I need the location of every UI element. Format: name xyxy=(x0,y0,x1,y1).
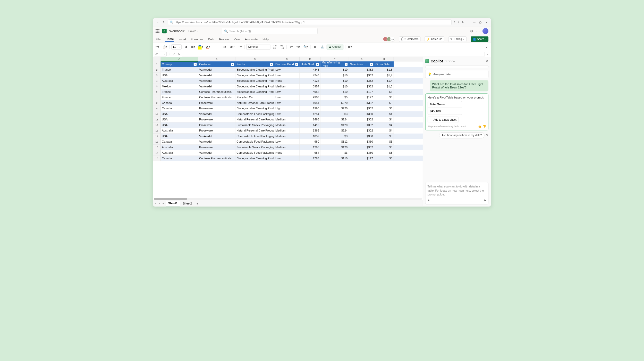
star-icon[interactable]: ✩ xyxy=(453,21,455,23)
cell[interactable]: $5 xyxy=(320,95,349,100)
cell[interactable]: VanArsdel xyxy=(198,111,235,117)
row-header[interactable]: 8 xyxy=(153,100,161,106)
maximize-icon[interactable]: ▢ xyxy=(478,21,482,24)
row-header[interactable]: 16 xyxy=(153,145,161,150)
ribbon-tab-home[interactable]: Home xyxy=(165,37,174,42)
cell[interactable]: 4903 xyxy=(300,95,320,100)
cell[interactable]: $10 xyxy=(320,84,349,89)
thumbs-down-icon[interactable]: 👎 xyxy=(483,125,486,128)
outlier-suggestion-chip[interactable]: Are there any outliers in my data? xyxy=(439,133,485,138)
cell[interactable]: 954 xyxy=(300,150,320,155)
minimize-icon[interactable]: — xyxy=(472,21,476,24)
cell[interactable]: 1369 xyxy=(300,128,320,133)
cancel-formula-icon[interactable]: ✕ xyxy=(167,52,171,55)
cell[interactable]: Natural Personal Care Products xyxy=(235,100,274,106)
cell[interactable]: Compostable Food Packaging xyxy=(235,139,274,144)
row-header[interactable]: 3 xyxy=(153,73,161,78)
row-header[interactable]: 13 xyxy=(153,128,161,133)
cell[interactable]: $6 xyxy=(374,95,394,100)
cell[interactable]: Low xyxy=(274,111,300,117)
cell[interactable]: Biodegradable Cleaning Products xyxy=(235,156,274,161)
column-header[interactable]: A xyxy=(161,57,198,61)
cell[interactable]: $302 xyxy=(349,100,374,106)
column-header[interactable]: F xyxy=(320,57,349,61)
row-header[interactable]: 6 xyxy=(153,89,161,95)
cell[interactable]: $352 xyxy=(349,78,374,84)
more-icon[interactable]: ⋯ xyxy=(466,21,468,23)
cell[interactable]: 980 xyxy=(300,139,320,144)
fx-icon[interactable]: fx xyxy=(177,53,181,56)
search-input[interactable]: 🔍 Search (Alt + Q) xyxy=(222,28,318,34)
cell[interactable]: France xyxy=(161,67,198,72)
refresh-suggestions-icon[interactable]: ⟳ xyxy=(486,134,488,137)
sheet-tab[interactable]: Sheet1 xyxy=(166,201,180,206)
copilot-input[interactable]: Tell me what you want to do with data in… xyxy=(425,182,488,204)
collections-icon[interactable]: ⧉ xyxy=(462,21,463,23)
cell[interactable]: Proseware xyxy=(198,122,235,128)
cell[interactable]: VanArsdel xyxy=(198,73,235,78)
row-header[interactable]: 4 xyxy=(153,78,161,84)
cond-format-button[interactable]: ▦▾ xyxy=(347,44,353,50)
cell[interactable]: $4 xyxy=(374,122,394,128)
bold-button[interactable]: B xyxy=(183,44,189,50)
ribbon-expand-icon[interactable]: ⌄ xyxy=(484,44,489,50)
row-header[interactable]: 14 xyxy=(153,134,161,139)
cell[interactable]: $224 xyxy=(320,128,349,133)
cell[interactable]: $127 xyxy=(349,95,374,100)
ribbon-tab-insert[interactable]: Insert xyxy=(178,37,186,42)
fill-color-button[interactable]: 🪣▾ xyxy=(197,44,204,50)
cell[interactable]: Sustainable Snack Packaging xyxy=(235,145,274,150)
cell[interactable]: 1465 xyxy=(300,117,320,122)
cell[interactable]: $352 xyxy=(349,73,374,78)
copilot-close-icon[interactable]: ✕ xyxy=(486,59,488,63)
filter-icon[interactable]: ▾ xyxy=(316,63,319,66)
thumbs-up-icon[interactable]: 👍 xyxy=(478,125,481,128)
cell[interactable]: France xyxy=(161,95,198,100)
refresh-icon[interactable]: ⟳ xyxy=(162,20,166,24)
cell[interactable]: $3 xyxy=(374,156,394,161)
app-launcher-icon[interactable] xyxy=(156,29,159,33)
paste-button[interactable]: 📋▾ xyxy=(162,44,168,50)
cell[interactable]: Canada xyxy=(161,100,198,106)
cell[interactable]: $10 xyxy=(320,73,349,78)
cell[interactable]: France xyxy=(161,89,198,95)
more-font-icon[interactable]: ⋯ xyxy=(213,44,218,50)
cell[interactable]: VanArsdel xyxy=(198,150,235,155)
cell[interactable]: USA xyxy=(161,111,198,117)
cell[interactable]: Biodegradable Cleaning Products xyxy=(235,73,274,78)
find-button[interactable]: 🔍▾ xyxy=(303,44,309,50)
filter-icon[interactable]: ▾ xyxy=(194,63,197,66)
cell[interactable]: $3 xyxy=(374,150,394,155)
cell[interactable]: VanArsdel xyxy=(198,84,235,89)
cell[interactable]: Compostable Food Packaging xyxy=(235,111,274,117)
cell[interactable]: VanArsdel xyxy=(198,134,235,139)
back-icon[interactable]: ← xyxy=(155,20,160,24)
ribbon-tab-automate[interactable]: Automate xyxy=(245,37,258,42)
column-header[interactable]: C xyxy=(235,57,274,61)
cell[interactable]: $270 xyxy=(320,100,349,106)
row-header[interactable]: 5 xyxy=(153,84,161,89)
cell[interactable]: $352 xyxy=(349,84,374,89)
cell[interactable]: Contoso Pharmaceuticals xyxy=(198,89,235,95)
cell[interactable]: Low xyxy=(274,67,300,72)
column-header[interactable]: H xyxy=(374,57,394,61)
cell[interactable]: Canada xyxy=(161,139,198,144)
cell[interactable]: $302 xyxy=(349,106,374,111)
undo-button[interactable]: ↶▾ xyxy=(155,44,160,50)
number-format-selector[interactable]: General▾ xyxy=(247,44,270,50)
cell[interactable]: Proseware xyxy=(198,106,235,111)
cell[interactable]: Compostable Food Packaging xyxy=(235,150,274,155)
cell[interactable]: USA xyxy=(161,73,198,78)
cell[interactable]: Biodegradable Cleaning Products xyxy=(235,78,274,84)
cell[interactable]: $10 xyxy=(320,78,349,84)
column-header[interactable]: B xyxy=(198,57,235,61)
add-to-sheet-button[interactable]: ＋ Add to a new sheet xyxy=(428,117,459,123)
cell[interactable]: $127 xyxy=(349,156,374,161)
ribbon-more-icon[interactable]: ⋯ xyxy=(354,44,360,50)
address-bar[interactable]: 🔍 https://onedrive.live.com/:w:/t/EaCKkP… xyxy=(168,20,451,25)
autosum-button[interactable]: Σ▾ xyxy=(289,44,294,50)
cell[interactable]: 4245 xyxy=(300,73,320,78)
cell[interactable]: $3 xyxy=(320,134,349,139)
cell[interactable]: 2785 xyxy=(300,156,320,161)
cell[interactable]: $1,3 xyxy=(374,84,394,89)
